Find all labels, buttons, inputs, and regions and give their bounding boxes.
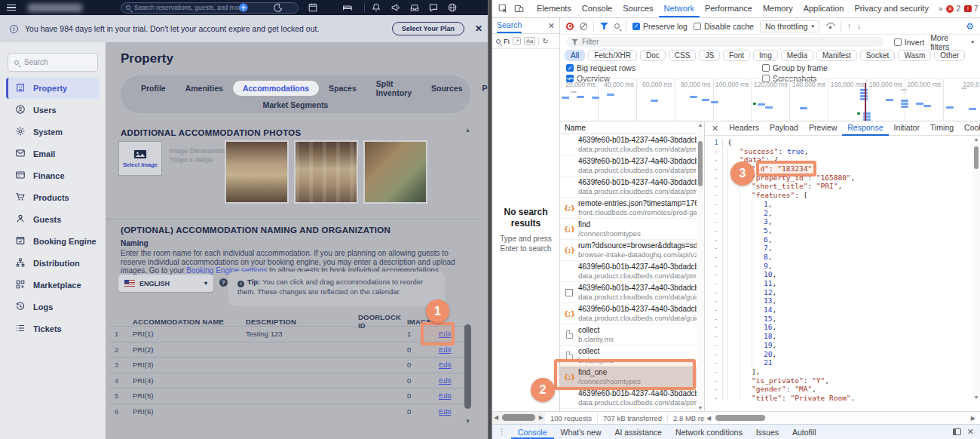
sidebar-item-marketplace[interactable]: Marketplace xyxy=(6,275,100,296)
sidebar-item-tickets[interactable]: Tickets xyxy=(6,318,100,339)
request-row[interactable]: 4639fe60-b01b-4237-4a40-3bdadcbdef…data.… xyxy=(560,388,704,409)
response-scrollbar[interactable]: ▲ ▼ xyxy=(972,136,980,401)
drawer-tab-ai-assistance[interactable]: AI assistance xyxy=(608,425,668,439)
detail-tab-headers[interactable]: Headers xyxy=(724,121,764,136)
sidebar-item-users[interactable]: Users xyxy=(6,100,100,121)
accommodation-photo-1[interactable] xyxy=(225,140,289,204)
tab-market-segments[interactable]: Market Segments xyxy=(253,97,338,112)
scroll-right-icon[interactable]: ▶ xyxy=(539,414,544,421)
edit-link[interactable]: Edit xyxy=(436,376,451,385)
drawer-tab-console[interactable]: Console xyxy=(511,425,554,439)
search-panel-hscrollbar[interactable]: ◀ ▶ xyxy=(492,412,545,424)
select-plan-button[interactable]: Select Your Plan xyxy=(392,22,464,35)
disable-cache-checkbox[interactable]: Disable cache xyxy=(694,22,754,31)
table-row[interactable]: 2PRI(2)0Edit xyxy=(112,342,467,358)
tab-profile[interactable]: Profile xyxy=(131,81,176,96)
filter-chip-img[interactable]: Img xyxy=(753,50,778,61)
request-row[interactable]: collectb.clarity.ms xyxy=(560,324,704,345)
add-new-icon[interactable] xyxy=(238,2,249,13)
more-tabs-icon[interactable]: » xyxy=(934,5,947,13)
detail-tab-payload[interactable]: Payload xyxy=(764,121,804,136)
request-row[interactable]: {;}remote-entries.json?timestamp=176606…… xyxy=(560,198,704,219)
scroll-left-icon[interactable]: ◀ xyxy=(706,415,711,422)
regex-toggle[interactable]: .* xyxy=(513,37,521,45)
account-globe-icon[interactable] xyxy=(447,2,458,13)
option-group-by-frame[interactable]: Group by frame xyxy=(762,63,828,72)
filter-chip-socket[interactable]: Socket xyxy=(860,50,896,61)
network-overview-timeline[interactable]: 20,000 ms40,000 ms60,000 ms80,000 ms100,… xyxy=(560,78,980,121)
global-search-input[interactable]: Search reservations, guests, and more xyxy=(121,2,299,14)
edit-link[interactable]: Edit xyxy=(436,345,451,354)
scrollbar-thumb[interactable] xyxy=(715,415,765,421)
detail-tab-preview[interactable]: Preview xyxy=(804,121,842,136)
detail-tab-cookies[interactable]: Cookies xyxy=(959,121,980,136)
scrollbar-thumb[interactable] xyxy=(698,141,703,186)
request-list-scrollbar[interactable]: ▲ ▼ xyxy=(697,121,704,411)
calendar-icon[interactable] xyxy=(308,2,318,13)
devtools-tab-privacy-and-security[interactable]: Privacy and security xyxy=(849,0,933,17)
sidebar-item-logs[interactable]: Logs xyxy=(6,296,100,318)
request-row[interactable]: {;}find/connect/roomtypes xyxy=(560,219,704,240)
more-filters-button[interactable]: More filters▾ xyxy=(930,33,974,51)
sidebar-item-property[interactable]: Property xyxy=(6,78,100,99)
scroll-down-icon[interactable]: ▼ xyxy=(972,394,980,400)
error-badge-icon[interactable]: ✕ xyxy=(946,5,954,13)
sidebar-item-email[interactable]: Email xyxy=(6,143,100,164)
export-har-icon[interactable]: ↓ xyxy=(857,23,861,30)
filter-chip-js[interactable]: JS xyxy=(699,50,720,61)
request-row[interactable]: 4639fe60-b01b-4237-4a40-3bdadcbdef…data.… xyxy=(560,155,704,177)
night-mode-icon[interactable] xyxy=(273,2,283,13)
import-har-icon[interactable]: ↑ xyxy=(847,23,851,30)
drawer-tab-what-s-new[interactable]: What's new xyxy=(554,425,608,439)
issues-badge-icon[interactable]: ! xyxy=(964,5,972,12)
request-row[interactable]: {;}4639fe60-b01b-4237-4a40-3bdadcbdef…da… xyxy=(560,303,704,324)
edit-link[interactable]: Edit xyxy=(436,391,451,400)
device-toolbar-icon[interactable] xyxy=(514,4,524,14)
throttling-select[interactable]: No throttling▾ xyxy=(760,20,819,32)
detail-close-icon[interactable]: ✕ xyxy=(708,124,722,134)
table-row[interactable]: 3PRI(3)0Edit xyxy=(112,357,467,373)
scroll-right-icon[interactable]: ▶ xyxy=(971,415,975,422)
devtools-tab-performance[interactable]: Performance xyxy=(700,0,758,17)
request-row[interactable]: {;}rum?ddsource=browser&ddtags=sdk_v…bro… xyxy=(560,240,704,261)
search-query[interactable]: Fi xyxy=(504,37,510,45)
drawer-tab-autofill[interactable]: Autofill xyxy=(786,425,823,439)
table-row[interactable]: 4PRI(4)0Edit xyxy=(112,373,467,388)
table-row[interactable]: 1PRI(1)Testing 1231Edit xyxy=(112,326,467,342)
sidebar-item-guests[interactable]: Guests xyxy=(6,209,100,230)
menu-icon[interactable] xyxy=(7,5,16,11)
detail-tab-response[interactable]: Response xyxy=(842,121,888,136)
request-row[interactable]: 4639fe60-b01b-4237-4a40-3bdadcbdef…data.… xyxy=(560,282,704,303)
tab-spaces[interactable]: Spaces xyxy=(319,81,366,96)
scroll-left-icon[interactable]: ◀ xyxy=(494,414,498,421)
clear-network-log-icon[interactable] xyxy=(580,23,587,30)
filter-input[interactable]: Filter xyxy=(566,37,884,47)
sidebar-search-input[interactable]: Search xyxy=(8,53,98,72)
scroll-down-icon[interactable]: ▼ xyxy=(464,418,472,425)
scroll-up-icon[interactable]: ▲ xyxy=(972,137,980,142)
tab-split-inventory[interactable]: Split Inventory xyxy=(366,76,421,100)
filter-chip-all[interactable]: All xyxy=(565,50,585,61)
sidebar-item-products[interactable]: Products xyxy=(6,187,100,208)
filter-chip-css[interactable]: CSS xyxy=(669,50,697,61)
preserve-log-checkbox[interactable]: ✓Preserve log xyxy=(632,22,688,31)
drawer-tab-issues[interactable]: Issues xyxy=(749,425,786,439)
detail-tab-initiator[interactable]: Initiator xyxy=(889,121,925,136)
scroll-up-icon[interactable]: ▲ xyxy=(697,122,704,127)
request-row[interactable]: 4639fe60-b01b-4237-4a40-3bdadcbdef…data.… xyxy=(560,177,704,198)
accommodation-photo-2[interactable] xyxy=(294,140,358,204)
tab-amenities[interactable]: Amenities xyxy=(176,81,233,96)
refresh-search-icon[interactable]: ↻ xyxy=(542,37,548,45)
option-big-request-rows[interactable]: ✓Big request rows xyxy=(566,63,635,72)
filter-chip-media[interactable]: Media xyxy=(781,50,813,61)
match-case-toggle[interactable]: Aa xyxy=(524,37,535,45)
network-settings-gear-icon[interactable]: ⚙ xyxy=(966,21,974,32)
record-network-log-icon[interactable] xyxy=(566,23,574,30)
table-row[interactable]: 6PRI(6)0Edit xyxy=(112,404,467,419)
filter-chip-other[interactable]: Other xyxy=(934,50,965,61)
scrollbar-thumb[interactable] xyxy=(974,146,978,169)
search-tab[interactable]: Search xyxy=(497,18,522,33)
scrollbar-thumb[interactable] xyxy=(464,324,471,409)
request-list-header[interactable]: Name xyxy=(560,121,704,134)
drawer-menu-icon[interactable]: ⋮ xyxy=(492,427,511,437)
